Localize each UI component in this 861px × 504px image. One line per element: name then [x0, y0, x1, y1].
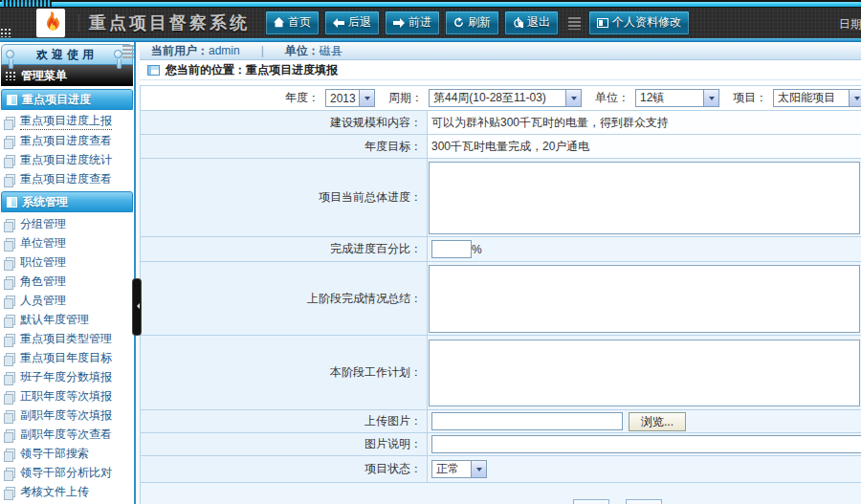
- sidebar-item-team-score-entry[interactable]: 班子年度分数填报: [0, 367, 134, 386]
- sidebar-item-progress-stats[interactable]: 重点项目进度统计: [0, 150, 134, 169]
- home-button[interactable]: 首页: [265, 11, 320, 35]
- plan-textarea[interactable]: [429, 340, 860, 406]
- sidebar-item-label: 班子年度分数填报: [20, 369, 112, 385]
- sidebar-item-principal-grade-entry[interactable]: 正职年度等次填报: [0, 386, 134, 405]
- form-footer: [141, 483, 861, 504]
- sidebar-item-assessment-file-upload[interactable]: 考核文件上传: [0, 482, 134, 501]
- browse-button[interactable]: 浏览...: [629, 412, 686, 431]
- unit-select[interactable]: 12镇: [635, 89, 719, 107]
- sidebar-item-unit-admin[interactable]: 单位管理: [0, 233, 134, 252]
- document-icon: [6, 257, 15, 268]
- page: 重点项目督察系统 首页 后退 前进 刷新: [0, 0, 861, 504]
- caption-input[interactable]: [431, 435, 861, 453]
- overall-progress-textarea[interactable]: [429, 162, 860, 234]
- current-user-value: admin: [209, 44, 240, 57]
- chevron-down-icon: [359, 90, 374, 106]
- logout-button[interactable]: 退出: [504, 11, 559, 35]
- header-nav: 首页 后退 前进 刷新: [265, 11, 559, 35]
- summary-label: 上阶段完成情况总结：: [141, 262, 428, 335]
- sidebar-item-label: 重点项目进度统计: [20, 152, 112, 168]
- goal-label: 年度目标：: [141, 135, 428, 158]
- refresh-button[interactable]: 刷新: [445, 11, 499, 35]
- panel-splitter[interactable]: [134, 42, 140, 504]
- status-label: 项目状态：: [141, 456, 428, 482]
- pin-icon: [6, 50, 14, 58]
- breadcrumb: 您当前的位置：重点项目进度填报: [140, 60, 861, 80]
- header-grip-icon: [568, 17, 581, 30]
- plan-row: 本阶段工作计划：: [141, 336, 861, 410]
- userbar-divider: |: [261, 44, 264, 57]
- sidebar-item-progress-view2[interactable]: 重点项目进度查看: [0, 169, 134, 188]
- section-icon: [7, 95, 17, 105]
- grid-dots-icon: [5, 71, 16, 80]
- summary-textarea[interactable]: [429, 265, 860, 333]
- sidebar-item-deputy-grade-entry[interactable]: 副职年度等次填报: [0, 405, 134, 425]
- power-icon: [513, 17, 523, 28]
- profile-edit-button[interactable]: 个人资料修改: [588, 11, 690, 35]
- title-divider: [78, 14, 79, 32]
- submit-button[interactable]: [573, 499, 609, 504]
- percent-input[interactable]: [431, 240, 472, 258]
- sidebar-item-label: 正职年度等次填报: [20, 388, 112, 405]
- sidebar-item-personnel-admin[interactable]: 人员管理: [0, 291, 134, 310]
- sidebar-section-project-progress[interactable]: 重点项目进度: [1, 89, 133, 110]
- document-icon: [6, 296, 15, 306]
- app-logo: [36, 9, 65, 37]
- sidebar-item-leader-compare[interactable]: 领导干部分析比对: [0, 463, 134, 482]
- year-select[interactable]: 2013: [325, 89, 375, 107]
- document-icon: [6, 410, 15, 421]
- arrow-left-icon: [333, 18, 344, 28]
- profile-edit-label: 个人资料修改: [612, 14, 681, 31]
- document-icon: [6, 353, 15, 363]
- chevron-down-icon: [565, 90, 581, 106]
- user-bar: 当前用户：admin | 单位：磁县: [140, 42, 861, 60]
- back-button[interactable]: 后退: [324, 11, 380, 35]
- upload-file-input[interactable]: [431, 412, 623, 430]
- sidebar-item-label: 重点项目类型管理: [20, 331, 112, 347]
- document-icon: [6, 155, 15, 165]
- upload-cell: 浏览...: [428, 410, 861, 432]
- sidebar-item-default-year-admin[interactable]: 默认年度管理: [0, 310, 134, 329]
- sidebar-item-progress-view[interactable]: 重点项目进度查看: [0, 131, 134, 150]
- reset-button[interactable]: [626, 499, 662, 504]
- sidebar-item-project-year-goal[interactable]: 重点项目年度目标: [0, 348, 134, 367]
- year-select-value: 2013: [326, 92, 359, 105]
- menu-title-label: 管理菜单: [21, 68, 67, 84]
- forward-button[interactable]: 前进: [385, 11, 440, 35]
- sidebar-item-position-admin[interactable]: 职位管理: [0, 252, 134, 272]
- scale-row: 建设规模和内容： 可以为群补贴300千瓦时的电量，得到群众支持: [141, 111, 861, 135]
- sidebar-welcome-header: 欢迎使用: [1, 44, 133, 65]
- sidebar-menu-title: 管理菜单: [1, 65, 133, 86]
- sidebar-item-deputy-grade-view[interactable]: 副职年度等次查看: [0, 425, 134, 444]
- period-select[interactable]: 第44周(10-28至11-03): [429, 89, 582, 107]
- scale-value: 可以为群补贴300千瓦时的电量，得到群众支持: [428, 111, 861, 134]
- project-select[interactable]: 太阳能项目: [773, 89, 861, 107]
- goal-value: 300千瓦时电量完成，20户通电: [428, 135, 861, 158]
- sidebar-section-system-admin[interactable]: 系统管理: [1, 191, 133, 212]
- period-filter-label: 周期：: [388, 90, 423, 106]
- sidebar-item-leader-search[interactable]: 领导干部搜索: [0, 444, 134, 463]
- sidebar-item-label: 重点项目进度上报: [20, 113, 112, 130]
- project-select-value: 太阳能项目: [774, 90, 849, 106]
- progress-entry-form: 年度： 2013 周期： 第44周(10-28至11-03) 单位： 12镇: [140, 85, 861, 504]
- status-select[interactable]: 正常: [431, 460, 487, 478]
- sidebar-item-label: 默认年度管理: [20, 312, 89, 328]
- document-icon: [6, 449, 15, 459]
- percent-suffix: %: [472, 243, 482, 256]
- sidebar-item-label: 考核文件上传: [20, 484, 89, 500]
- sidebar-item-label: 副职年度等次填报: [20, 407, 112, 424]
- period-select-value: 第44周(10-28至11-03): [430, 90, 565, 106]
- sidebar-item-progress-report[interactable]: 重点项目进度上报: [0, 112, 134, 131]
- main-content: 当前用户：admin | 单位：磁县 您当前的位置：重点项目进度填报 年度： 2…: [140, 42, 861, 504]
- chevron-down-icon: [703, 90, 718, 106]
- current-user-label: 当前用户：: [151, 44, 209, 57]
- document-icon: [6, 468, 15, 478]
- sidebar-item-group-admin[interactable]: 分组管理: [0, 214, 134, 233]
- document-icon: [6, 391, 15, 402]
- sidebar-item-role-admin[interactable]: 角色管理: [0, 272, 134, 291]
- sidebar-collapse-handle[interactable]: [133, 279, 141, 335]
- document-icon: [6, 136, 15, 146]
- unit-select-value: 12镇: [636, 90, 703, 106]
- caption-label: 图片说明：: [141, 433, 428, 455]
- sidebar-item-project-type-admin[interactable]: 重点项目类型管理: [0, 329, 134, 348]
